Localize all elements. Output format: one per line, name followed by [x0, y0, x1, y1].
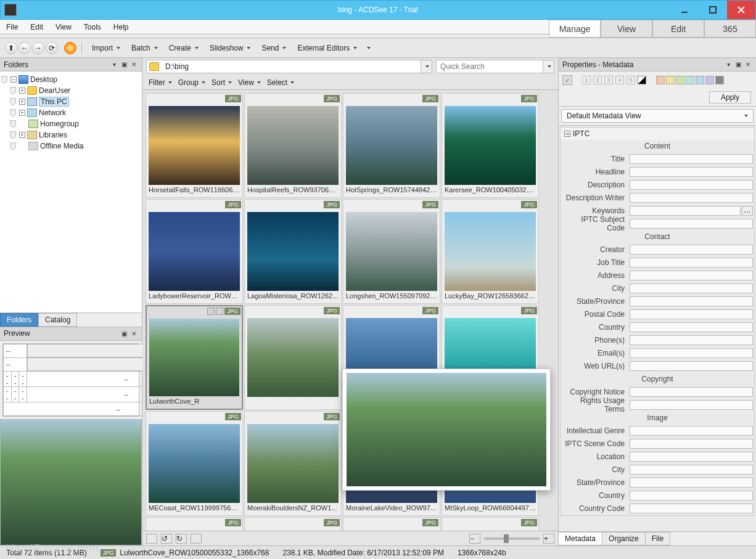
thumbnail-cell[interactable]: JPGMoerakiBouldersNZ_ROW1... [244, 411, 342, 516]
thumbnail-cell[interactable]: JPGLulworthCove_R [146, 305, 243, 410]
field-scene[interactable] [630, 439, 753, 449]
field-title[interactable] [630, 154, 753, 164]
field-copynotice[interactable] [630, 387, 753, 397]
zoom-in-button[interactable]: + [543, 534, 554, 544]
search-input[interactable] [437, 62, 543, 71]
tab-view[interactable]: View [601, 20, 652, 38]
view-menu[interactable]: View [238, 78, 261, 87]
address-input[interactable] [162, 62, 421, 71]
menu-tools[interactable]: Tools [78, 21, 107, 33]
field-descwriter[interactable] [630, 193, 753, 203]
rating-2[interactable]: 2 [593, 76, 602, 84]
rating-3[interactable]: 3 [604, 76, 613, 84]
color-swatch[interactable] [666, 76, 675, 84]
rotate-right-icon[interactable]: ↻ [176, 534, 187, 544]
field-emails[interactable] [630, 348, 753, 358]
zoom-out-button[interactable]: − [469, 534, 480, 544]
lefttab-folders[interactable]: Folders [0, 313, 38, 327]
field-ccode[interactable] [630, 504, 753, 513]
apply-button[interactable]: Apply [709, 91, 751, 104]
field-weburls[interactable] [630, 361, 753, 371]
thumbnail-grid[interactable]: JPGHorsetailFalls_ROW1186060...JPGHospit… [142, 90, 558, 531]
rating-4[interactable]: 4 [615, 76, 624, 84]
righttab-file[interactable]: File [645, 532, 670, 545]
zoom-slider[interactable] [484, 537, 540, 540]
toolbar-slideshow[interactable]: Slideshow [205, 44, 256, 52]
field-address[interactable] [630, 271, 753, 280]
field-genre[interactable] [630, 426, 753, 436]
select-menu[interactable]: Select [267, 78, 294, 87]
field-phones[interactable] [630, 335, 753, 345]
filter-menu[interactable]: Filter [149, 78, 172, 87]
lefttab-catalog[interactable]: Catalog [38, 313, 77, 327]
field-state2[interactable] [630, 478, 753, 488]
address-dropdown-icon[interactable] [421, 60, 432, 73]
sort-menu[interactable]: Sort [212, 78, 232, 87]
fire-icon[interactable] [64, 42, 76, 54]
panel-close-icon[interactable]: ✕ [129, 60, 138, 69]
address-bar[interactable] [146, 60, 432, 73]
footer-btn-4[interactable] [191, 534, 202, 544]
thumbnail-cell[interactable]: JPGLuckyBay_ROW1265836625... [442, 199, 539, 304]
panel-menu-icon[interactable]: ▾ [110, 60, 118, 69]
quick-search[interactable] [436, 60, 554, 73]
thumbnail-cell[interactable]: JPGHorsetailFalls_ROW1186060... [146, 93, 243, 198]
color-swatch[interactable] [656, 76, 665, 84]
folder-tree[interactable]: −Desktop +DearUser +This PC +Network Hom… [0, 71, 142, 312]
search-dropdown-icon[interactable] [543, 60, 554, 73]
field-city[interactable] [630, 284, 753, 293]
tab-edit[interactable]: Edit [652, 20, 704, 38]
field-creator[interactable] [630, 245, 753, 255]
field-headline[interactable] [630, 167, 753, 177]
field-postal[interactable] [630, 309, 753, 319]
panel-close-icon[interactable]: ✕ [129, 329, 138, 338]
thumbnail-cell[interactable]: JPGHospitalReefs_ROW9370604... [244, 93, 342, 198]
nav-back-icon[interactable]: ← [18, 42, 31, 54]
toolbar-import[interactable]: Import [87, 44, 125, 52]
close-button[interactable] [727, 1, 755, 19]
nav-history-icon[interactable]: ⟳ [46, 42, 58, 54]
pin-icon[interactable]: ▣ [120, 60, 128, 69]
rotate-left-icon[interactable]: ↺ [161, 534, 172, 544]
field-location[interactable] [630, 452, 753, 462]
thumbnail-cell[interactable]: JPGMECoast_ROW11999975647... [146, 411, 243, 516]
titlebar[interactable]: bing - ACDSee 17 - Trial [0, 0, 756, 20]
field-country2[interactable] [630, 491, 753, 500]
field-jobtitle[interactable] [630, 258, 753, 267]
color-swatch[interactable] [705, 76, 714, 84]
nav-forward-icon[interactable]: → [32, 42, 44, 54]
field-description[interactable] [630, 180, 753, 190]
toolbar-send[interactable]: Send [257, 44, 291, 52]
tag-checkbox[interactable]: ✓ [562, 75, 572, 85]
field-state[interactable] [630, 296, 753, 306]
righttab-metadata[interactable]: Metadata [558, 532, 602, 545]
toolbar-batch[interactable]: Batch [126, 44, 163, 52]
color-swatch[interactable] [696, 76, 704, 84]
menu-help[interactable]: Help [107, 21, 135, 33]
field-country[interactable] [630, 322, 753, 332]
thumbnail-cell[interactable]: JPG [146, 517, 243, 531]
thumbnail-cell[interactable]: JPG [442, 517, 539, 531]
panel-close-icon[interactable]: ✕ [744, 60, 752, 69]
thumbnail-cell[interactable]: JPGKarersee_ROW10040503239... [442, 93, 539, 198]
thumbnail-cell[interactable]: JPG [343, 517, 440, 531]
metadata-view-select[interactable]: Default Metadata View [561, 109, 754, 123]
footer-btn-1[interactable] [146, 534, 157, 544]
thumbnail-cell[interactable]: JPGHotSprings_ROW157448425... [343, 93, 440, 198]
tab-365[interactable]: 365 [704, 20, 756, 38]
clear-rating-icon[interactable] [638, 76, 646, 84]
field-subject[interactable] [630, 219, 753, 229]
field-city2[interactable] [630, 465, 753, 475]
panel-menu-icon[interactable]: ▾ [724, 60, 733, 69]
menu-file[interactable]: File [0, 21, 24, 33]
thumbnail-cell[interactable]: JPGLadybowerReservoir_ROW1... [146, 199, 243, 304]
rating-1[interactable]: 1 [582, 76, 591, 84]
righttab-organize[interactable]: Organize [602, 532, 646, 545]
minimize-button[interactable] [670, 1, 699, 19]
tab-manage[interactable]: Manage [549, 20, 601, 38]
thumbnail-cell[interactable]: JPG [244, 305, 342, 410]
menu-edit[interactable]: Edit [24, 21, 49, 33]
toolbar-external[interactable]: External Editors [292, 44, 362, 52]
rating-5[interactable]: 5 [627, 76, 635, 84]
maximize-button[interactable] [699, 1, 727, 19]
